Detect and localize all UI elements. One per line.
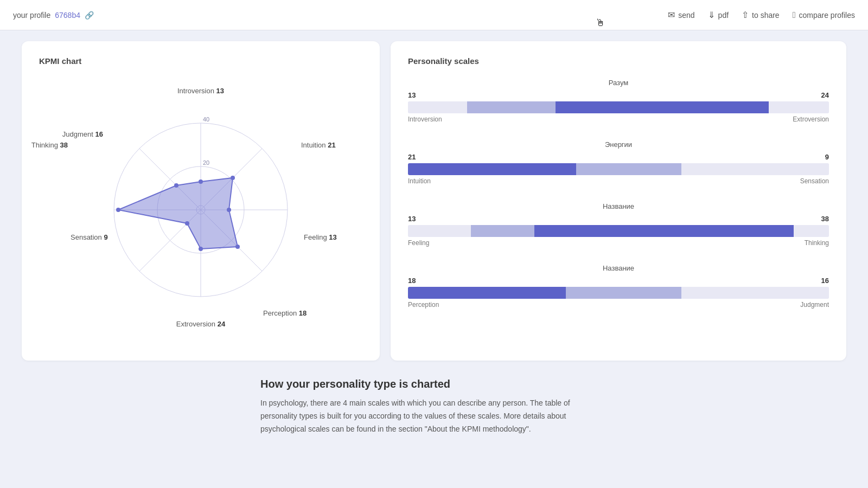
top-nav: your profile 6768b4 🔗 ✉ send ⇓ pdf ⇧ to … [0,0,868,30]
nav-actions: ✉ send ⇓ pdf ⇧ to share 𞱁 compare profil… [668,10,855,20]
bar-left-nazvanie2 [408,287,618,299]
point-perception [199,247,203,251]
radar-chart: Introversion 13 Intuition 21 Feeling 13 … [60,80,342,340]
profile-id-link[interactable]: 6768b4 [55,11,80,20]
point-thinking [116,208,120,212]
share-action[interactable]: ⇧ to share [742,10,780,20]
cards-row: KPMI chart Introversion 13 Intuition 21 … [22,41,846,361]
bar-right-empty-nazvanie2 [681,287,829,299]
bar-left-solid-razum [467,101,556,113]
main-content: KPMI chart Introversion 13 Intuition 21 … [0,30,868,457]
section-text: In psychology, there are 4 main scales w… [260,397,608,435]
scale-left-value-energii: 21 [408,153,416,161]
scale-left-value-nazvanie1: 13 [408,215,416,223]
profile-label: your profile [13,11,50,20]
compare-action[interactable]: 𞱁 compare profiles [793,10,855,20]
axis-label-introversion: Introversion 13 [177,87,224,95]
point-extroversion [235,245,240,249]
bar-right-empty-nazvanie1 [794,225,829,237]
pdf-label: pdf [718,11,729,20]
scale-bar-energii [408,163,829,175]
bar-right-nazvanie2 [618,287,829,299]
scale-right-label-razum: Extroversion [793,115,829,123]
bar-left-accent-energii [576,163,618,175]
bar-left-nazvanie1 [408,225,534,237]
scales-card: Personality scales Разум 13 24 [391,41,846,361]
scale-labels-energii: Intuition Sensation [408,177,829,185]
scale-left-label-nazvanie1: Feeling [408,239,429,247]
profile-info: your profile 6768b4 🔗 [13,11,94,20]
bar-right-light-nazvanie2 [618,287,681,299]
bar-right-energii [618,163,829,175]
bar-right-razum [556,101,829,113]
scale-left-label-nazvanie2: Perception [408,301,439,309]
axis-label-sensation: Sensation 9 [71,233,108,241]
point-judgment [174,183,178,188]
scale-name-razum: Разум [408,79,829,87]
bar-left-energii [408,163,618,175]
scales-title: Personality scales [408,56,829,66]
scale-numbers-razum: 13 24 [408,91,829,99]
bar-left-light-razum [408,101,556,113]
scale-right-label-energii: Sensation [800,177,829,185]
scale-group-razum: Разум 13 24 [408,79,829,123]
compare-label: compare profiles [799,11,856,20]
share-label: to share [752,11,780,20]
download-icon: ⇓ [708,10,715,20]
bar-right-light-energii [618,163,681,175]
scale-right-value-razum: 24 [821,91,829,99]
bar-left-light-nazvanie2 [566,287,618,299]
link-icon: 🔗 [85,11,94,20]
share-icon: ⇧ [742,10,749,20]
send-action[interactable]: ✉ send [668,10,694,20]
scale-right-value-nazvanie1: 38 [821,215,829,223]
scale-group-nazvanie1: Название 13 38 [408,202,829,247]
scale-numbers-energii: 21 9 [408,153,829,161]
ring-label-40: 40 [203,116,209,123]
scale-numbers-nazvanie1: 13 38 [408,215,829,223]
point-intuition [231,176,235,180]
axis-label-feeling: Feeling 13 [304,233,337,241]
kpmi-title: KPMI chart [39,56,362,66]
kpmi-card: KPMI chart Introversion 13 Intuition 21 … [22,41,380,361]
compare-icon: 𞱁 [793,10,796,20]
axis-label-extroversion: Extroversion 24 [176,320,226,328]
scale-right-value-energii: 9 [825,153,829,161]
scale-left-value-razum: 13 [408,91,416,99]
pdf-action[interactable]: ⇓ pdf [708,10,729,20]
point-feeling [227,208,231,212]
bar-left-solid-energii [408,163,576,175]
bar-left-solid-nazvanie2 [408,287,566,299]
scale-name-nazvanie1: Название [408,202,829,210]
radar-polygon [118,178,238,249]
scale-bar-razum [408,101,829,113]
scale-bar-nazvanie1 [408,225,829,237]
bar-left-solid-nazvanie1 [471,225,534,237]
scale-name-energii: Энергии [408,140,829,149]
scale-left-label-razum: Introversion [408,115,442,123]
scale-labels-nazvanie2: Perception Judgment [408,301,829,309]
scale-left-value-nazvanie2: 18 [408,277,416,285]
scale-name-nazvanie2: Название [408,264,829,272]
send-icon: ✉ [668,10,675,20]
bar-right-solid-nazvanie1 [534,225,794,237]
radar-container: Introversion 13 Intuition 21 Feeling 13 … [39,74,362,345]
scale-bar-nazvanie2 [408,287,829,299]
bar-right-light-razum [769,101,829,113]
section-title: How your personality type is charted [260,378,608,390]
send-label: send [678,11,694,20]
cursor: 🖱 [596,17,605,29]
scale-numbers-nazvanie2: 18 16 [408,277,829,285]
scale-group-energii: Энергии 21 9 [408,140,829,185]
text-section: How your personality type is charted In … [250,378,618,435]
scale-left-label-energii: Intuition [408,177,431,185]
scale-right-label-nazvanie1: Thinking [805,239,829,247]
point-sensation [185,221,189,226]
ring-label-20: 20 [203,159,209,166]
bar-right-empty-energii [681,163,829,175]
axis-label-judgment-2: Judgment 16 [62,130,103,138]
scale-labels-nazvanie1: Feeling Thinking [408,239,829,247]
bar-right-nazvanie1 [534,225,829,237]
scales-container: Разум 13 24 [408,74,829,309]
bar-right-solid-razum [556,101,769,113]
